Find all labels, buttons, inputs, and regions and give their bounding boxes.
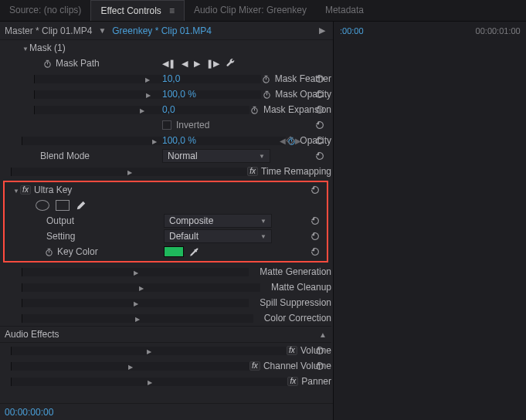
stopwatch-icon[interactable] [42,58,53,69]
reset-icon[interactable] [313,88,327,100]
disclosure-icon[interactable] [11,378,287,386]
reset-icon[interactable] [313,344,327,357]
disclosure-icon[interactable] [11,362,249,371]
mask-feather-row: Mask Feather 10,0 [0,71,331,86]
reset-icon[interactable] [308,230,322,242]
channel-volume-row[interactable]: fx Channel Volume [0,358,331,374]
tab-effect-controls-label: Effect Controls [100,5,161,16]
tab-effect-controls[interactable]: Effect Controls ≡ [90,0,185,21]
key-color-swatch[interactable] [164,246,184,257]
tab-metadata[interactable]: Metadata [316,0,373,21]
output-dropdown[interactable]: Composite [164,214,272,228]
reset-icon[interactable] [308,215,322,227]
timeline-area[interactable]: :00:00 00:00:01:00 [333,22,526,420]
disclosure-icon[interactable] [22,268,249,276]
panner-row[interactable]: fx Panner [0,374,331,389]
mask-expansion-value[interactable]: 0,0 [162,104,175,115]
fx-badge-icon[interactable]: fx [287,377,298,386]
disclosure-icon[interactable] [22,314,253,323]
sequence-clip-label[interactable]: Greenkey * Clip 01.MP4 [112,25,212,36]
reset-icon[interactable] [308,246,322,258]
stopwatch-icon[interactable] [249,104,260,115]
setting-dropdown[interactable]: Default [164,229,272,243]
fx-badge-icon[interactable]: fx [247,167,258,176]
mask-step-back-icon[interactable]: ◀ [182,59,188,69]
caret-icon: ▼ [98,26,106,35]
timecode-mid: 00:00:01:00 [476,26,521,36]
rect-mask-icon[interactable] [56,200,70,211]
effect-rows: Mask (1) Mask Path ◀❚ ◀ ▶ ❚▶ [0,40,333,403]
add-keyframe-icon[interactable] [286,136,294,144]
reset-icon[interactable] [313,134,327,147]
blend-mode-row: Blend Mode Normal [0,148,331,164]
matte-generation-row[interactable]: Matte Generation [0,264,331,279]
inverted-checkbox[interactable] [162,120,171,130]
color-correction-row[interactable]: Color Correction [0,310,331,326]
panner-label: Panner [301,376,331,387]
disclosure-icon[interactable] [22,283,260,292]
opacity-value[interactable]: 100,0 % [162,135,196,146]
tab-audio-mixer[interactable]: Audio Clip Mixer: Greenkey [185,0,316,21]
spill-suppression-row[interactable]: Spill Suppression [0,295,331,310]
output-row: Output Composite [5,213,327,229]
stopwatch-icon[interactable] [261,89,272,100]
prev-keyframe-icon[interactable]: ◀ [280,137,286,145]
reset-icon[interactable] [313,73,327,85]
disclosure-icon[interactable] [34,106,249,114]
disclosure-icon[interactable] [11,347,287,355]
mask-track-forward-icon[interactable]: ▶ [194,59,200,69]
inverted-label: Inverted [176,120,209,130]
fx-badge-icon[interactable]: fx [287,346,297,355]
disclosure-icon[interactable] [11,168,247,176]
blend-mode-label: Blend Mode [40,151,90,161]
volume-row[interactable]: fx Volume [0,343,331,358]
stopwatch-icon[interactable] [261,73,272,84]
mask-expansion-row: Mask Expansion 0,0 [0,102,331,117]
eyedropper-icon[interactable] [188,246,199,257]
time-remapping-label: Time Remapping [261,166,331,177]
ultra-key-label: Ultra Key [34,185,72,195]
reset-icon[interactable] [313,119,327,131]
collapse-up-icon[interactable]: ▲ [319,330,327,339]
ultra-key-row[interactable]: fx Ultra Key [5,182,327,198]
audio-effects-header[interactable]: Audio Effects ▲ [0,326,331,343]
disclosure-icon[interactable] [34,90,261,99]
mask-step-forward-icon[interactable]: ❚▶ [206,59,219,69]
mask-title: Mask (1) [29,42,66,53]
fx-badge-icon[interactable]: fx [249,361,260,371]
reset-icon[interactable] [313,150,327,162]
tab-source[interactable]: Source: (no clips) [0,0,90,21]
reset-icon[interactable] [313,360,327,372]
opacity-row: Opacity 100,0 % ◀ ▶ [0,133,331,148]
disclosure-icon[interactable] [12,186,20,195]
panel-menu-icon[interactable]: ≡ [169,1,175,16]
fx-badge-icon[interactable]: fx [20,185,31,195]
audio-effects-label: Audio Effects [5,329,59,340]
reset-icon[interactable] [308,184,322,196]
disclosure-icon[interactable] [22,137,286,145]
ellipse-mask-icon[interactable] [36,200,49,211]
mask-group[interactable]: Mask (1) [0,40,331,56]
wrench-icon[interactable] [226,58,236,69]
mask-track-reverse-icon[interactable]: ◀❚ [162,59,175,69]
disclosure-icon[interactable] [22,44,29,52]
timecode-start: :00:00 [340,26,364,36]
mask-path-label: Mask Path [56,58,100,69]
mask-opacity-row: Mask Opacity 100,0 % [0,86,331,102]
disclosure-icon[interactable] [34,75,261,83]
timeline-ruler[interactable]: :00:00 00:00:01:00 [334,22,526,40]
matte-cleanup-row[interactable]: Matte Cleanup [0,279,331,295]
disclosure-icon[interactable] [22,299,249,307]
reset-icon[interactable] [313,103,327,116]
pen-mask-icon[interactable] [76,200,87,211]
current-timecode[interactable]: 00:00:00:00 [5,407,53,418]
next-keyframe-icon[interactable]: ▶ [295,137,301,145]
stopwatch-icon[interactable] [43,246,54,257]
keyframe-nav: ◀ ▶ [280,137,301,145]
blend-mode-dropdown[interactable]: Normal [162,149,270,163]
play-header-icon[interactable]: ▶ [319,25,325,36]
time-remapping-row[interactable]: fx Time Remapping [0,164,331,179]
matte-generation-label: Matte Generation [260,266,331,277]
mask-feather-value[interactable]: 10,0 [162,73,180,84]
mask-opacity-value[interactable]: 100,0 % [162,89,196,100]
